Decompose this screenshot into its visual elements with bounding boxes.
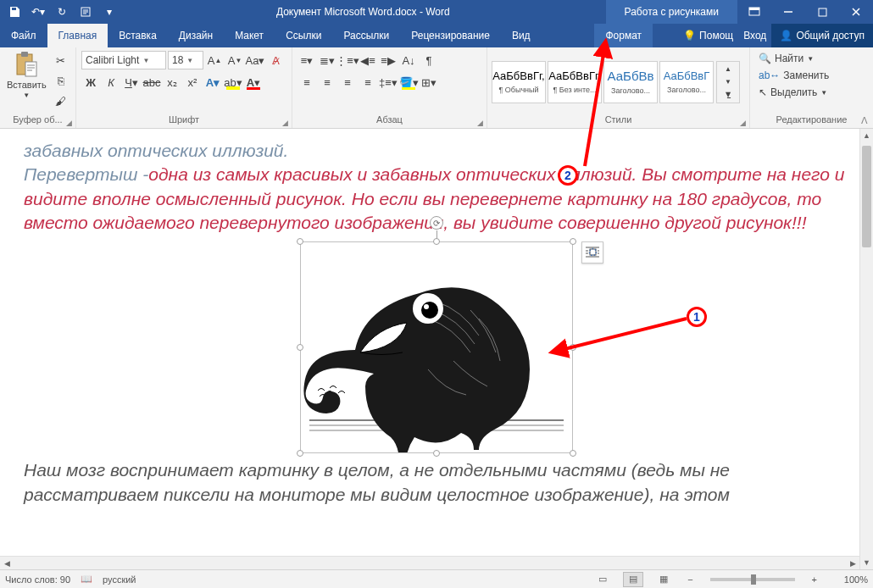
web-layout-icon[interactable]: ▦ <box>653 572 674 587</box>
replace-button[interactable]: ab↔Заменить <box>755 68 832 83</box>
style-heading2[interactable]: АаБбВвГЗаголово... <box>659 61 714 103</box>
scroll-down-icon[interactable]: ▼ <box>860 556 873 569</box>
print-layout-icon[interactable]: ▤ <box>623 572 643 587</box>
bold-icon[interactable]: Ж <box>81 73 100 92</box>
scroll-left-icon[interactable]: ◀ <box>0 559 14 568</box>
select-button[interactable]: ↖Выделить▼ <box>755 85 832 100</box>
save-icon[interactable] <box>3 2 25 22</box>
dialog-launcher-icon[interactable]: ◢ <box>477 119 483 127</box>
sort-icon[interactable]: A↓ <box>399 51 418 69</box>
ribbon: Вставить ▼ ✂ ⎘ 🖌 Буфер об...◢ Calibri Li… <box>0 47 873 129</box>
svg-rect-6 <box>25 62 36 76</box>
resize-handle[interactable] <box>297 450 303 457</box>
multilevel-icon[interactable]: ⋮≡▾ <box>338 51 357 69</box>
layout-options-button[interactable] <box>581 241 603 263</box>
maximize-button[interactable] <box>805 0 839 24</box>
format-painter-icon[interactable]: 🖌 <box>52 92 70 110</box>
shading-icon[interactable]: 🪣▾ <box>399 73 418 92</box>
proofing-icon[interactable]: 📖 <box>81 574 92 585</box>
style-normal[interactable]: АаБбВвГг,¶ Обычный <box>492 61 546 103</box>
dialog-launcher-icon[interactable]: ◢ <box>282 119 288 127</box>
document-area[interactable]: забавных оптических иллюзий. Перевертыш … <box>0 129 873 569</box>
dialog-launcher-icon[interactable]: ◢ <box>66 119 72 127</box>
change-case-icon[interactable]: Aa▾ <box>246 51 264 69</box>
justify-icon[interactable]: ≡ <box>359 73 377 92</box>
word-count[interactable]: Число слов: 90 <box>5 574 70 585</box>
redo-icon[interactable]: ↻ <box>51 2 73 22</box>
close-button[interactable] <box>839 0 873 24</box>
font-name-combo[interactable]: Calibri Light▼ <box>81 51 166 69</box>
read-mode-icon[interactable]: ▭ <box>592 572 613 587</box>
numbering-icon[interactable]: ≣▾ <box>318 51 336 69</box>
share-button[interactable]: 👤Общий доступ <box>771 24 873 47</box>
resize-handle[interactable] <box>433 450 440 457</box>
zoom-slider[interactable] <box>710 578 795 581</box>
line-spacing-icon[interactable]: ‡≡▾ <box>379 73 398 92</box>
horizontal-scrollbar[interactable]: ◀ ▶ <box>0 556 859 569</box>
tab-view[interactable]: Вид <box>501 24 542 47</box>
tab-references[interactable]: Ссылки <box>275 24 332 47</box>
show-marks-icon[interactable]: ¶ <box>420 51 438 69</box>
zoom-level[interactable]: 100% <box>831 574 868 585</box>
scroll-right-icon[interactable]: ▶ <box>846 559 859 568</box>
collapse-ribbon-icon[interactable]: ᐱ <box>861 115 868 126</box>
tab-home[interactable]: Главная <box>47 24 108 47</box>
styles-more-icon[interactable]: ▼̲ <box>719 89 737 100</box>
tab-file[interactable]: Файл <box>0 24 47 47</box>
vertical-scrollbar[interactable]: ▲ ▼ <box>859 129 873 569</box>
tab-insert[interactable]: Вставка <box>108 24 168 47</box>
annotation-arrow-1 <box>559 315 695 358</box>
scrollbar-thumb[interactable] <box>862 146 871 247</box>
selected-picture[interactable] <box>300 241 573 453</box>
italic-icon[interactable]: К <box>102 73 120 92</box>
grow-font-icon[interactable]: A▲ <box>205 51 224 69</box>
clear-format-icon[interactable]: A̷ <box>266 51 285 69</box>
shrink-font-icon[interactable]: A▼ <box>225 51 244 69</box>
paste-button[interactable]: Вставить ▼ <box>3 49 50 101</box>
cursor-icon: ↖ <box>759 86 767 98</box>
qat-customize-icon[interactable]: ▾ <box>98 2 120 22</box>
styles-up-icon[interactable]: ▲ <box>719 64 737 75</box>
decrease-indent-icon[interactable]: ◀≡ <box>359 51 377 69</box>
underline-icon[interactable]: Ч▾ <box>122 73 141 92</box>
font-color-icon[interactable]: A▾ <box>244 73 263 92</box>
login-button[interactable]: Вход <box>738 24 771 47</box>
tab-format[interactable]: Формат <box>594 24 653 47</box>
tab-layout[interactable]: Макет <box>224 24 275 47</box>
find-button[interactable]: 🔍Найти▼ <box>755 51 832 66</box>
resize-handle[interactable] <box>570 450 576 457</box>
zoom-slider-thumb[interactable] <box>751 574 756 585</box>
text-effects-icon[interactable]: A▾ <box>203 73 222 92</box>
align-center-icon[interactable]: ≡ <box>318 73 336 92</box>
zoom-out-button[interactable]: − <box>684 574 696 585</box>
ribbon-display-icon[interactable] <box>737 0 771 24</box>
highlight-icon[interactable]: ab▾ <box>224 73 242 92</box>
copy-icon[interactable]: ⎘ <box>52 71 70 90</box>
language-status[interactable]: русский <box>103 574 136 585</box>
lightbulb-icon: 💡 <box>683 30 696 42</box>
font-size-combo[interactable]: 18▼ <box>168 51 203 69</box>
subscript-icon[interactable]: x₂ <box>163 73 181 92</box>
tab-review[interactable]: Рецензирование <box>400 24 501 47</box>
align-right-icon[interactable]: ≡ <box>338 73 357 92</box>
resize-handle[interactable] <box>570 238 576 245</box>
svg-rect-3 <box>819 8 826 16</box>
strikethrough-icon[interactable]: abc <box>142 73 161 92</box>
scroll-up-icon[interactable]: ▲ <box>860 129 873 142</box>
minimize-button[interactable] <box>771 0 805 24</box>
picture-illustration <box>301 242 572 452</box>
superscript-icon[interactable]: x² <box>183 73 202 92</box>
align-left-icon[interactable]: ≡ <box>297 73 316 92</box>
cut-icon[interactable]: ✂ <box>52 51 70 69</box>
tab-mailings[interactable]: Рассылки <box>332 24 400 47</box>
zoom-in-button[interactable]: + <box>809 574 820 585</box>
dialog-launcher-icon[interactable]: ◢ <box>740 119 746 127</box>
increase-indent-icon[interactable]: ≡▶ <box>379 51 398 69</box>
bullets-icon[interactable]: ≡▾ <box>297 51 316 69</box>
qat-item-icon[interactable] <box>75 2 97 22</box>
borders-icon[interactable]: ⊞▾ <box>420 73 438 92</box>
undo-icon[interactable]: ↶▾ <box>27 2 49 22</box>
tab-design[interactable]: Дизайн <box>168 24 224 47</box>
styles-down-icon[interactable]: ▼ <box>719 76 737 87</box>
tell-me-button[interactable]: 💡Помощ <box>678 24 738 47</box>
